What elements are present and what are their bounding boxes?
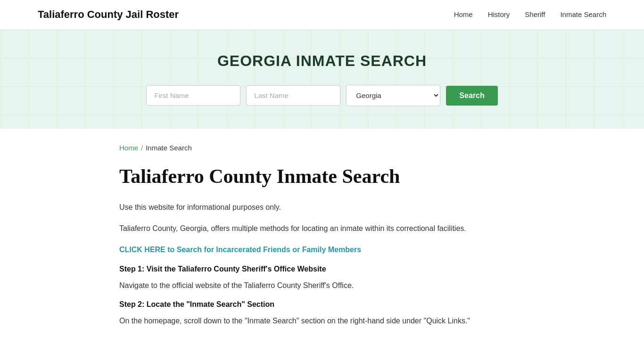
breadcrumb-separator: /	[141, 144, 143, 152]
nav-link-sheriff[interactable]: Sheriff	[525, 10, 545, 18]
step2-text: On the homepage, scroll down to the "Inm…	[119, 314, 525, 327]
step1-heading: Step 1: Visit the Taliaferro County Sher…	[119, 265, 525, 273]
nav-link-history[interactable]: History	[488, 10, 510, 18]
nav-item-history: History	[488, 10, 510, 19]
main-nav: Home History Sheriff Inmate Search	[454, 10, 606, 19]
page-title: Taliaferro County Inmate Search	[119, 165, 525, 188]
nav-menu: Home History Sheriff Inmate Search	[454, 10, 606, 19]
nav-item-inmate-search: Inmate Search	[560, 10, 606, 19]
breadcrumb-current: Inmate Search	[146, 144, 192, 152]
step1-text: Navigate to the official website of the …	[119, 279, 525, 292]
site-title-link[interactable]: Taliaferro County Jail Roster	[38, 8, 179, 21]
intro-paragraph-1: Use this website for informational purpo…	[119, 201, 525, 214]
nav-link-home[interactable]: Home	[454, 10, 473, 18]
incarcerated-search-link[interactable]: CLICK HERE to Search for Incarcerated Fr…	[119, 246, 361, 254]
last-name-input[interactable]	[246, 85, 340, 106]
search-button[interactable]: Search	[446, 86, 497, 106]
breadcrumb: Home / Inmate Search	[119, 144, 525, 152]
step2-heading: Step 2: Locate the "Inmate Search" Secti…	[119, 300, 525, 309]
intro-paragraph-2: Taliaferro County, Georgia, offers multi…	[119, 222, 525, 235]
nav-item-sheriff: Sheriff	[525, 10, 545, 19]
search-form: Georgia Alabama Florida South Carolina T…	[9, 85, 635, 106]
breadcrumb-home-link[interactable]: Home	[119, 144, 138, 152]
highlight-link-container: CLICK HERE to Search for Incarcerated Fr…	[119, 243, 525, 256]
site-header: Taliaferro County Jail Roster Home Histo…	[0, 0, 644, 30]
first-name-input[interactable]	[146, 85, 240, 106]
state-select[interactable]: Georgia Alabama Florida South Carolina T…	[346, 85, 440, 106]
hero-banner: GEORGIA INMATE SEARCH Georgia Alabama Fl…	[0, 30, 644, 129]
nav-link-inmate-search[interactable]: Inmate Search	[560, 10, 606, 18]
main-content: Home / Inmate Search Taliaferro County I…	[110, 129, 534, 362]
nav-item-home: Home	[454, 10, 473, 19]
hero-title: GEORGIA INMATE SEARCH	[9, 52, 635, 70]
